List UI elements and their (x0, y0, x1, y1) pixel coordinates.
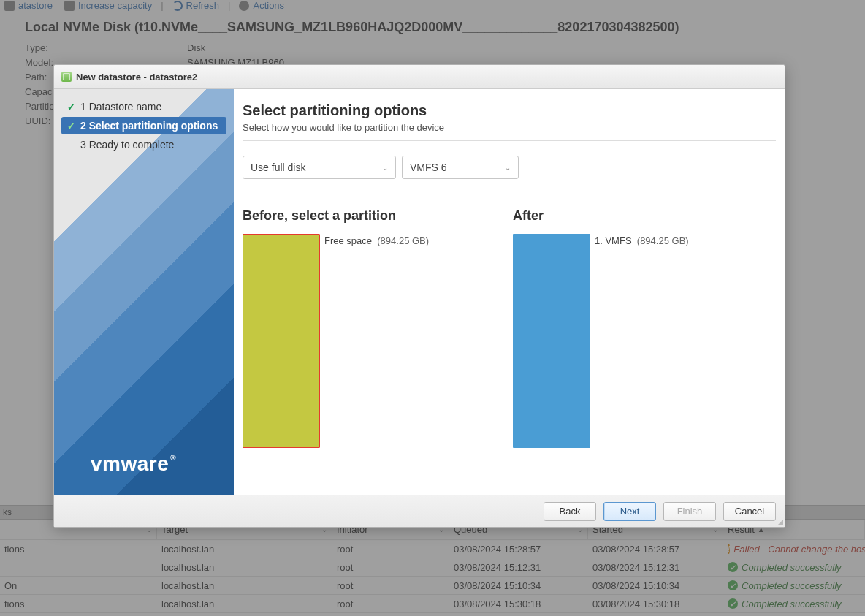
after-title: After (513, 208, 761, 224)
back-button[interactable]: Back (544, 502, 596, 521)
before-partition-bar[interactable] (243, 234, 320, 448)
after-legend-size: (894.25 GB) (637, 235, 689, 246)
vmware-logo: vmware® (91, 452, 176, 476)
wizard-step[interactable]: ✓2 Select partitioning options (61, 117, 226, 134)
before-legend-label: Free space (324, 235, 372, 246)
wizard-main: Select partitioning options Select how y… (234, 89, 785, 495)
wizard-sidebar: ✓1 Datastore name✓2 Select partitioning … (54, 89, 234, 495)
wizard-titlebar[interactable]: New datastore - datastore2 (54, 65, 785, 89)
chevron-down-icon: ⌄ (505, 164, 511, 172)
after-legend: 1. VMFS (894.25 GB) (595, 234, 689, 246)
after-legend-label: 1. VMFS (595, 235, 632, 246)
next-button[interactable]: Next (603, 502, 656, 521)
check-icon: ✓ (67, 102, 76, 113)
check-icon: ✓ (67, 121, 76, 132)
wizard-step-label: 3 Ready to complete (80, 139, 174, 151)
vmware-logo-text: vmware (91, 452, 169, 476)
before-legend-size: (894.25 GB) (377, 235, 429, 246)
disk-usage-select-value: Use full disk (251, 161, 305, 173)
chevron-down-icon: ⌄ (382, 164, 388, 172)
after-column: After 1. VMFS (894.25 GB) (513, 208, 761, 448)
main-title: Select partitioning options (243, 102, 776, 119)
wizard-step[interactable]: 3 Ready to complete (61, 136, 226, 153)
after-partition-bar (513, 234, 590, 448)
wizard-step[interactable]: ✓1 Datastore name (61, 98, 226, 115)
divider (243, 140, 776, 141)
before-column: Before, select a partition Free space (8… (243, 208, 491, 448)
vmfs-version-select[interactable]: VMFS 6 ⌄ (402, 156, 519, 179)
datastore-icon (61, 72, 72, 82)
before-legend: Free space (894.25 GB) (324, 234, 429, 246)
wizard-footer: Back Next Finish Cancel (54, 495, 785, 527)
wizard-step-label: 2 Select partitioning options (80, 120, 218, 132)
disk-usage-select[interactable]: Use full disk ⌄ (243, 156, 396, 179)
cancel-button[interactable]: Cancel (723, 502, 776, 521)
before-title: Before, select a partition (243, 208, 491, 224)
new-datastore-wizard: New datastore - datastore2 ✓1 Datastore … (53, 64, 785, 528)
wizard-step-label: 1 Datastore name (80, 101, 161, 113)
vmfs-version-select-value: VMFS 6 (410, 161, 447, 173)
finish-button[interactable]: Finish (663, 502, 716, 521)
main-subtitle: Select how you would like to partition t… (243, 122, 776, 133)
wizard-title: New datastore - datastore2 (76, 72, 197, 83)
registered-icon: ® (170, 454, 176, 462)
